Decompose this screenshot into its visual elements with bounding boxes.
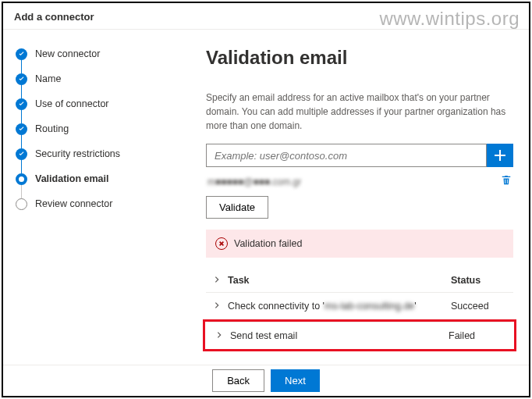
validate-button[interactable]: Validate [206,196,268,219]
step-label: Validation email [35,173,108,184]
step-routing[interactable]: Routing [16,119,159,139]
table-row: Send test email Failed [208,322,511,349]
added-email-row: m■■■■■@■■■.com.gr [206,172,513,196]
check-icon [16,98,27,110]
col-status-header: Status [451,275,513,286]
step-label: Routing [35,123,69,134]
email-input[interactable] [206,144,487,167]
current-step-icon [16,173,27,185]
step-label: Security restrictions [35,148,120,159]
page-title: Validation email [206,47,513,69]
check-icon [16,48,27,60]
trash-icon [501,175,512,186]
wizard-steps: New connector Name Use of connector Rout… [3,30,159,366]
back-button[interactable]: Back [212,369,264,392]
step-security-restrictions[interactable]: Security restrictions [16,144,159,164]
step-label: Review connector [35,198,112,209]
task-table: Task Status Check connectivity to 'ms-la… [206,269,513,351]
added-email-text: m■■■■■@■■■.com.gr [207,176,301,187]
check-icon [16,73,27,85]
expand-all-chevron[interactable] [206,275,228,286]
expand-row-chevron[interactable] [206,301,228,312]
alert-text: Validation failed [234,238,302,249]
main-panel: Validation email Specify an email addres… [159,30,529,366]
step-label: New connector [35,48,100,59]
status-cell: Failed [449,330,511,341]
step-label: Name [35,73,61,84]
col-task-header: Task [228,275,451,286]
error-icon [215,237,228,250]
next-button[interactable]: Next [271,369,320,392]
expand-row-chevron[interactable] [208,330,230,341]
dialog-title: Add a connector [14,11,94,23]
plus-icon [495,150,505,161]
check-icon [16,148,27,160]
dialog-footer: Back Next [3,365,529,396]
delete-email-button[interactable] [501,175,512,188]
page-description: Specify an email address for an active m… [206,91,513,133]
task-cell: Check connectivity to 'ms-lab-consulting… [228,301,451,312]
step-use-of-connector[interactable]: Use of connector [16,94,159,114]
step-label: Use of connector [35,98,109,109]
status-cell: Succeed [451,301,513,312]
task-cell: Send test email [230,330,449,341]
step-name[interactable]: Name [16,69,159,89]
step-validation-email[interactable]: Validation email [16,169,159,189]
validation-alert: Validation failed [206,230,513,258]
table-row: Check connectivity to 'ms-lab-consulting… [206,292,513,319]
add-email-button[interactable] [487,144,513,167]
step-review-connector[interactable]: Review connector [16,194,159,214]
check-icon [16,123,27,135]
pending-step-icon [16,198,27,210]
dialog-header: Add a connector [3,3,529,30]
step-new-connector[interactable]: New connector [16,44,159,64]
